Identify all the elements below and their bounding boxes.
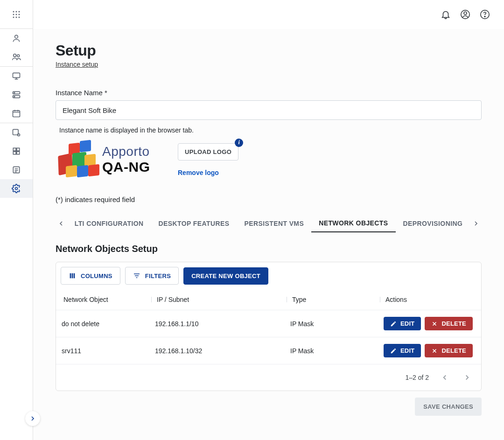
apps-icon: [12, 147, 21, 156]
page-title: Setup: [56, 42, 482, 59]
svg-rect-32: [74, 273, 75, 279]
help-icon: [480, 9, 490, 20]
app-switcher-button[interactable]: [0, 0, 33, 29]
tab-network-objects[interactable]: NETWORK OBJECTS: [311, 215, 395, 232]
delete-button[interactable]: DELETE: [425, 344, 472, 357]
table-header: Network Object IP / Subnet Type Actions: [56, 289, 481, 310]
svg-point-4: [16, 14, 17, 15]
svg-rect-12: [13, 73, 20, 77]
help-button[interactable]: [477, 7, 493, 22]
remove-logo-link[interactable]: Remove logo: [178, 169, 238, 176]
notifications-button[interactable]: [438, 7, 454, 22]
instance-name-help: Instance name is displayed in the browse…: [59, 126, 482, 134]
account-icon: [460, 9, 470, 20]
users-icon: [12, 52, 21, 62]
instance-name-input[interactable]: [56, 100, 482, 120]
svg-point-6: [13, 16, 14, 18]
save-changes-button[interactable]: SAVE CHANGES: [415, 398, 482, 416]
tabs-scroll-left[interactable]: [56, 215, 67, 232]
svg-point-9: [15, 35, 18, 38]
edit-button[interactable]: EDIT: [384, 344, 421, 357]
bell-icon: [441, 9, 451, 20]
col-network-object[interactable]: Network Object: [62, 296, 155, 303]
pager-next[interactable]: [461, 371, 474, 384]
sidebar-expand-button[interactable]: [25, 411, 40, 426]
tab-deprovisioning[interactable]: DEPROVISIONING: [396, 215, 470, 232]
upload-logo-button[interactable]: UPLOAD LOGO: [178, 143, 238, 161]
pencil-icon: [390, 348, 397, 354]
pencil-icon: [390, 321, 397, 327]
section-title: Network Objects Setup: [56, 244, 482, 254]
columns-button[interactable]: COLUMNS: [61, 267, 120, 285]
edit-label: EDIT: [400, 320, 414, 327]
delete-button[interactable]: DELETE: [425, 317, 472, 330]
edit-button[interactable]: EDIT: [384, 317, 421, 330]
calendar-icon: [12, 109, 21, 118]
account-button[interactable]: [457, 7, 473, 22]
table-footer: 1–2 of 2: [56, 364, 481, 391]
required-note: (*) indicates required field: [56, 196, 482, 203]
server-icon: [12, 90, 21, 99]
svg-rect-23: [17, 152, 20, 154]
svg-point-19: [18, 134, 20, 136]
tabs-scroll-right[interactable]: [470, 215, 482, 232]
svg-point-7: [16, 16, 17, 18]
table-row: srv111 192.168.1.10/32 IP Mask EDIT DELE…: [56, 337, 481, 364]
info-icon[interactable]: i: [235, 139, 243, 147]
sidebar-item-storage[interactable]: [0, 123, 33, 142]
monitor-icon: [12, 71, 21, 81]
logo-row: Apporto QA-NG UPLOAD LOGO i Remove logo: [56, 138, 482, 182]
tab-desktop-features[interactable]: DESKTOP FEATURES: [151, 215, 237, 232]
list-icon: [12, 165, 21, 175]
filter-icon: [133, 272, 140, 279]
close-icon: [431, 321, 438, 327]
svg-point-5: [19, 14, 20, 15]
chevron-right-icon: [472, 220, 480, 227]
svg-point-16: [14, 96, 15, 97]
svg-point-10: [14, 54, 16, 57]
user-icon: [12, 34, 21, 43]
network-objects-card: COLUMNS FILTERS CREATE NEW OBJECT Networ…: [56, 262, 482, 391]
pager-prev[interactable]: [438, 371, 451, 384]
svg-point-3: [13, 14, 14, 15]
svg-rect-31: [72, 273, 73, 279]
edit-label: EDIT: [400, 347, 414, 354]
cell-type: IP Mask: [290, 347, 384, 355]
cell-ip: 192.168.1.10/32: [155, 347, 290, 355]
col-ip-subnet[interactable]: IP / Subnet: [155, 296, 290, 303]
pager-text: 1–2 of 2: [405, 374, 429, 381]
close-icon: [431, 348, 438, 354]
logo-text-1: Apporto: [102, 145, 150, 158]
sidebar-item-desktops[interactable]: [0, 67, 33, 85]
sidebar-item-apps[interactable]: [0, 142, 33, 161]
tabs: LTI CONFIGURATION DESKTOP FEATURES PERSI…: [56, 215, 482, 232]
col-type[interactable]: Type: [290, 296, 384, 303]
col-actions: Actions: [384, 296, 476, 303]
breadcrumb[interactable]: Instance setup: [56, 61, 98, 68]
content: Setup Instance setup Instance Name * Ins…: [33, 29, 504, 440]
filters-button[interactable]: FILTERS: [125, 267, 179, 285]
columns-label: COLUMNS: [81, 272, 112, 279]
svg-rect-17: [13, 111, 20, 117]
filters-label: FILTERS: [145, 272, 171, 279]
create-object-button[interactable]: CREATE NEW OBJECT: [183, 267, 268, 285]
chevron-left-icon: [57, 220, 65, 227]
svg-point-8: [19, 16, 20, 18]
tab-persistent-vms[interactable]: PERSISTENT VMS: [237, 215, 311, 232]
logo-text-2: QA-NG: [102, 160, 150, 174]
sidebar-item-settings[interactable]: [0, 179, 33, 198]
gear-icon: [12, 184, 21, 193]
table-row: do not delete 192.168.1.1/10 IP Mask EDI…: [56, 310, 481, 337]
sidebar-item-reports[interactable]: [0, 161, 33, 179]
sidebar-item-users[interactable]: [0, 48, 33, 66]
logo-image: [56, 139, 98, 181]
sidebar-item-schedule[interactable]: [0, 104, 33, 123]
svg-rect-20: [13, 148, 16, 151]
table-toolbar: COLUMNS FILTERS CREATE NEW OBJECT: [56, 262, 481, 289]
sidebar-item-servers[interactable]: [0, 85, 33, 104]
svg-point-0: [13, 11, 14, 12]
grid-dots-icon: [12, 10, 21, 19]
sidebar-item-user[interactable]: [0, 29, 33, 48]
instance-name-label: Instance Name *: [56, 89, 482, 97]
tab-lti-configuration[interactable]: LTI CONFIGURATION: [67, 215, 151, 232]
